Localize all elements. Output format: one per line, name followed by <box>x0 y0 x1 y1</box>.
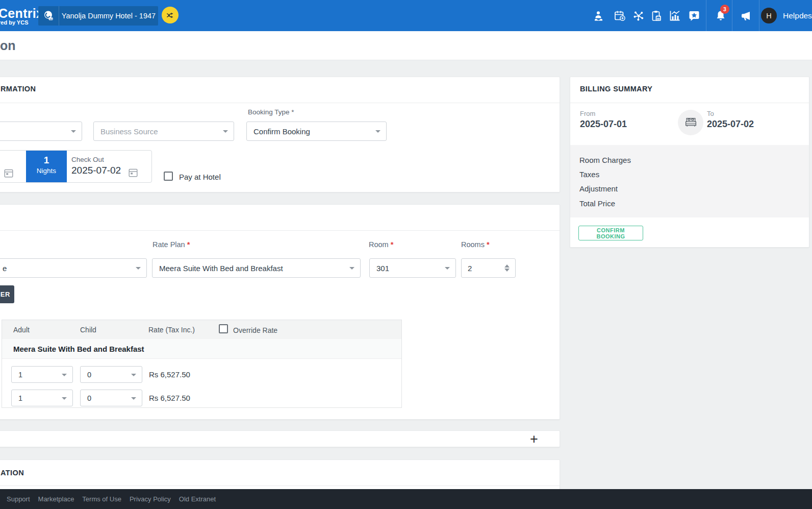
billing-from-block: From 2025-07-01 <box>580 110 627 130</box>
user-avatar[interactable]: H <box>761 8 777 23</box>
guest-information-title: ATION <box>1 469 24 477</box>
rooms-count-input[interactable]: 2 <box>461 258 516 278</box>
stepper-down-icon[interactable] <box>504 269 510 272</box>
stepper-up-icon[interactable] <box>504 264 510 268</box>
check-out-label: Check Out <box>71 156 104 163</box>
rate-value: Rs 6,527.50 <box>149 394 190 402</box>
channel-network-icon[interactable] <box>632 10 645 22</box>
room-type-select[interactable]: e <box>0 258 147 278</box>
footer-link-terms[interactable]: Terms of Use <box>82 495 121 503</box>
business-source-placeholder: Business Source <box>100 127 158 136</box>
booking-information-card: RMATION Business Source Booking Type * C… <box>0 77 560 192</box>
announcements-megaphone-icon[interactable] <box>740 10 752 22</box>
analytics-chart-icon[interactable] <box>669 10 681 22</box>
svg-text:GO: GO <box>49 18 53 20</box>
notification-count: 3 <box>723 6 726 12</box>
pay-at-hotel-label: Pay at Hotel <box>179 173 221 181</box>
stay-date-widget: 1 Nights Check Out 2025-07-02 <box>0 150 152 183</box>
footer-bar: Support Marketplace Terms of Use Privacy… <box>0 489 812 509</box>
rate-plan-value: Meera Suite With Bed and Breakfast <box>159 264 283 273</box>
billing-to-block: To 2025-07-02 <box>707 110 754 130</box>
occupancy-rate-table: Adult Child Rate (Tax Inc.) Override Rat… <box>2 320 402 408</box>
rate-plan-label: Rate Plan * <box>153 240 190 249</box>
topbar-divider <box>759 0 759 31</box>
child-count-value: 0 <box>87 371 91 379</box>
nights-value: 1 <box>26 155 67 166</box>
rooms-label-text: Rooms <box>461 240 485 249</box>
rooms-count-value: 2 <box>468 264 472 273</box>
guest-information-card: ATION <box>0 459 560 491</box>
billing-item-total-price: Total Price <box>579 196 809 210</box>
booking-information-title: RMATION <box>1 85 36 93</box>
billing-summary-title: BILLING SUMMARY <box>580 85 652 93</box>
rate-plan-label-text: Rate Plan <box>153 240 185 249</box>
hotel-icon: GO <box>42 10 55 22</box>
billing-summary-card: BILLING SUMMARY From 2025-07-01 To 2025-… <box>570 77 809 248</box>
child-count-select[interactable]: 0 <box>80 366 142 383</box>
nights-block: 1 Nights <box>26 151 67 182</box>
required-marker: * <box>187 240 190 249</box>
top-navigation-bar: Centrix red by YCS GO Yanolja Dummy Hote… <box>0 0 812 31</box>
page-title-band <box>0 31 812 60</box>
page-title: on <box>0 38 16 53</box>
add-room-strip: + <box>0 430 560 447</box>
from-label: From <box>580 110 627 117</box>
avatar-initial: H <box>766 12 771 20</box>
rate-plan-select[interactable]: Meera Suite With Bed and Breakfast <box>152 258 361 278</box>
switch-property-button[interactable] <box>162 7 179 23</box>
calendar-plus-icon[interactable] <box>614 10 626 22</box>
footer-link-support[interactable]: Support <box>7 495 30 503</box>
room-number-value: 301 <box>376 264 389 273</box>
chevron-down-icon <box>445 267 450 270</box>
footer-link-privacy[interactable]: Privacy Policy <box>130 495 171 503</box>
confirm-booking-button[interactable]: CONFIRM BOOKING <box>578 226 643 240</box>
check-in-calendar-icon[interactable] <box>3 167 14 179</box>
override-rate-label: Override Rate <box>233 326 277 334</box>
add-room-button[interactable]: + <box>530 432 538 446</box>
check-out-calendar-icon[interactable] <box>128 167 139 178</box>
booking-type-value: Confirm Booking <box>253 127 310 136</box>
child-count-select[interactable]: 0 <box>80 390 142 406</box>
user-report-icon[interactable] <box>593 10 605 22</box>
topbar-divider <box>732 0 732 31</box>
shuffle-icon <box>166 11 175 20</box>
card-divider <box>0 486 560 486</box>
pay-at-hotel-checkbox[interactable] <box>164 172 173 181</box>
business-source-select[interactable]: Business Source <box>93 122 234 141</box>
billing-items: Room Charges Taxes Adjustment Total Pric… <box>570 145 809 217</box>
hotel-selector[interactable]: Yanolja Dummy Hotel - 1947 <box>59 6 158 26</box>
rate-value: Rs 6,527.50 <box>149 370 190 379</box>
rate-column-header: Rate (Tax Inc.) <box>148 326 195 334</box>
hotel-selector-label: Yanolja Dummy Hotel - 1947 <box>62 12 156 20</box>
adult-count-select[interactable]: 1 <box>11 390 73 406</box>
helpdesk-link[interactable]: Helpdes <box>783 11 812 20</box>
check-out-value[interactable]: 2025-07-02 <box>71 165 121 176</box>
footer-link-marketplace[interactable]: Marketplace <box>38 495 74 503</box>
review-star-icon[interactable] <box>688 10 700 22</box>
card-divider <box>0 230 560 231</box>
chevron-down-icon <box>375 130 380 133</box>
chevron-down-icon <box>71 130 76 133</box>
override-rate-checkbox[interactable] <box>219 324 228 333</box>
notification-count-badge: 3 <box>720 5 729 14</box>
chevron-down-icon <box>131 374 136 376</box>
footer-link-old-extranet[interactable]: Old Extranet <box>179 495 216 503</box>
clipboard-audit-icon[interactable] <box>650 10 663 22</box>
chevron-down-icon <box>136 267 141 270</box>
app-logo-subtitle: red by YCS <box>0 19 29 26</box>
adult-count-value: 1 <box>18 394 22 402</box>
rate-checker-button[interactable]: ER <box>0 285 14 303</box>
chevron-down-icon <box>223 130 228 133</box>
bed-icon <box>684 116 698 130</box>
room-number-select[interactable]: 301 <box>369 258 456 278</box>
card-divider <box>570 103 809 103</box>
card-divider <box>0 103 560 103</box>
adult-count-select[interactable]: 1 <box>11 366 73 383</box>
left-truncated-select[interactable] <box>0 122 82 141</box>
booking-type-select[interactable]: Confirm Booking <box>246 122 387 141</box>
topbar-divider <box>706 0 706 31</box>
hotel-selector-icon-box[interactable]: GO <box>38 6 59 26</box>
billing-item-adjustment: Adjustment <box>579 182 809 196</box>
to-value: 2025-07-02 <box>707 119 754 130</box>
nights-label: Nights <box>26 167 67 175</box>
